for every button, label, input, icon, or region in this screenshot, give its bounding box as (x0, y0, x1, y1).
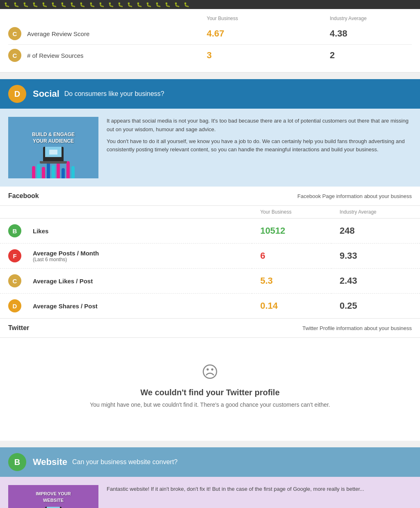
review-sources-row: C # of Review Sources 3 2 (8, 45, 412, 66)
column-headers: Your Business Industry Average (8, 13, 412, 23)
website-banner-title: Website (33, 457, 67, 467)
facebook-posts-label-cell: F Average Posts / Month (Last 6 months) (0, 244, 252, 269)
top-metrics-section: Your Business Industry Average C Average… (0, 9, 420, 73)
social-banner-subtitle: Do consumers like your business? (64, 90, 164, 98)
facebook-avg-likes-label-cell: C Average Likes / Post (0, 269, 252, 294)
social-promo-text: It appears that social media is not your… (107, 117, 412, 178)
facebook-info: Facebook Page information about your bus… (297, 193, 412, 199)
shares-label: Average Shares / Post (33, 303, 98, 310)
avg-likes-label: Average Likes / Post (33, 278, 93, 285)
social-banner-title: Social (33, 89, 59, 99)
website-promo-image: IMPROVE YOURWEBSITE (8, 485, 98, 508)
facebook-section: Facebook Facebook Page information about… (0, 187, 420, 441)
posts-sublabel: (Last 6 months) (33, 257, 99, 262)
twitter-header: Twitter Twitter Profile information abou… (0, 318, 420, 338)
shares-grade-badge: D (8, 299, 21, 312)
avg-likes-grade-badge: C (8, 274, 21, 287)
review-sources-industry-value: 2 (330, 50, 412, 61)
separator-1 (0, 73, 420, 79)
twitter-not-found-emoji: ☹ (201, 362, 219, 381)
facebook-shares-your-value: 0.14 (252, 294, 331, 319)
website-promo-box: IMPROVE YOURWEBSITE Fantastic website! I… (0, 477, 420, 508)
industry-average-header: Industry Average (330, 16, 412, 21)
facebook-posts-your-value: 6 (252, 244, 331, 269)
posts-grade-badge: F (8, 249, 21, 262)
social-promo-box: BUILD & ENGAGEYOUR AUDIENCE (0, 109, 420, 187)
review-score-industry-value: 4.38 (330, 28, 412, 39)
facebook-col-header-your: Your Business (252, 206, 331, 219)
website-section-banner: B Website Can your business website conv… (0, 447, 420, 477)
facebook-shares-industry-value: 0.25 (331, 294, 420, 319)
facebook-likes-your-value: 10512 (252, 219, 331, 244)
facebook-table: Your Business Industry Average B Likes 1… (0, 206, 420, 318)
twitter-not-found-text: You might have one, but we couldn't find… (90, 401, 330, 408)
facebook-col-header-label (0, 206, 252, 219)
social-section-banner: D Social Do consumers like your business… (0, 79, 420, 109)
separator-2 (0, 441, 420, 447)
review-score-label: Average Review Score (27, 30, 207, 37)
bug-bar: 🐛 🐛 🐛 🐛 🐛 🐛 🐛 🐛 🐛 🐛 🐛 🐛 🐛 🐛 🐛 🐛 🐛 🐛 🐛 🐛 (0, 0, 420, 9)
website-banner-subtitle: Can your business website convert? (72, 458, 178, 466)
website-grade-badge: B (8, 453, 26, 471)
facebook-col-header-industry: Industry Average (331, 206, 420, 219)
average-review-score-row: C Average Review Score 4.67 4.38 (8, 23, 412, 45)
review-sources-label: # of Review Sources (27, 52, 207, 59)
facebook-shares-label-cell: D Average Shares / Post (0, 294, 252, 319)
facebook-title: Facebook (8, 192, 39, 200)
social-grade-badge: D (8, 85, 26, 103)
facebook-likes-row: B Likes 10512 248 (0, 219, 420, 244)
facebook-table-header-row: Your Business Industry Average (0, 206, 420, 219)
facebook-shares-row: D Average Shares / Post 0.14 0.25 (0, 294, 420, 319)
review-sources-your-value: 3 (207, 50, 330, 61)
posts-label: Average Posts / Month (33, 250, 99, 257)
website-promo-text: Fantastic website! If it ain't broke, do… (107, 485, 364, 508)
facebook-posts-row: F Average Posts / Month (Last 6 months) … (0, 244, 420, 269)
review-score-your-value: 4.67 (207, 28, 330, 39)
your-business-header: Your Business (207, 16, 330, 21)
facebook-avg-likes-your-value: 5.3 (252, 269, 331, 294)
bug-bar-text: 🐛 🐛 🐛 🐛 🐛 🐛 🐛 🐛 🐛 🐛 🐛 🐛 🐛 🐛 🐛 🐛 🐛 🐛 🐛 🐛 (4, 2, 191, 7)
twitter-not-found-block: ☹ We couldn't find your Twitter profile … (0, 338, 420, 441)
facebook-likes-label-cell: B Likes (0, 219, 252, 244)
likes-label: Likes (33, 228, 48, 235)
twitter-info: Twitter Profile information about your b… (302, 325, 412, 331)
likes-grade-badge: B (8, 224, 21, 237)
social-promo-image: BUILD & ENGAGEYOUR AUDIENCE (8, 117, 98, 178)
facebook-avg-likes-industry-value: 2.43 (331, 269, 420, 294)
review-score-grade-badge: C (8, 27, 21, 40)
facebook-header: Facebook Facebook Page information about… (0, 187, 420, 206)
review-sources-grade-badge: C (8, 49, 21, 62)
twitter-not-found-title: We couldn't find your Twitter profile (140, 388, 280, 397)
facebook-likes-industry-value: 248 (331, 219, 420, 244)
twitter-title: Twitter (8, 324, 29, 332)
facebook-avg-likes-row: C Average Likes / Post 5.3 2.43 (0, 269, 420, 294)
facebook-posts-industry-value: 9.33 (331, 244, 420, 269)
